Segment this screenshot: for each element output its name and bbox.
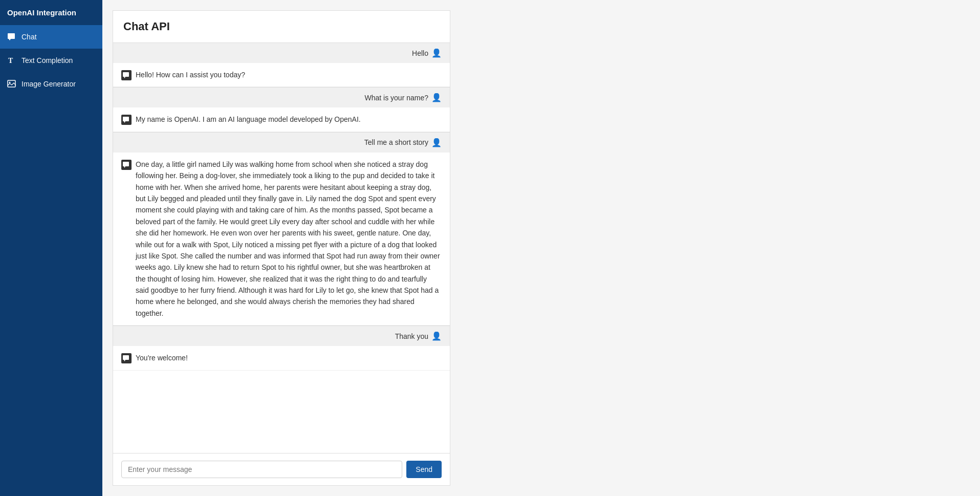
user-icon: 👤 [431, 331, 442, 341]
sidebar-item-text-completion[interactable]: T Text Completion [0, 49, 102, 72]
user-message: What is your name? 👤 [113, 88, 450, 107]
send-button[interactable]: Send [406, 461, 442, 478]
ai-message: One day, a little girl named Lily was wa… [113, 153, 450, 326]
ai-avatar [121, 160, 132, 170]
chat-icon [7, 32, 16, 41]
sidebar-image-label: Image Generator [21, 80, 76, 88]
user-icon: 👤 [431, 48, 442, 58]
svg-rect-9 [123, 162, 129, 166]
ai-message-text: One day, a little girl named Lily was wa… [136, 159, 442, 319]
message-input[interactable] [121, 461, 402, 478]
chat-input-area: Send [113, 453, 450, 485]
sidebar-chat-label: Chat [21, 33, 37, 41]
chat-title: Chat API [123, 20, 440, 33]
user-icon: 👤 [431, 138, 442, 147]
ai-message: My name is OpenAI. I am an AI language m… [113, 107, 450, 132]
ai-message: You're welcome! [113, 346, 450, 370]
ai-message: Hello! How can I assist you today? [113, 63, 450, 87]
ai-avatar [121, 115, 132, 125]
chat-messages: Hello 👤 Hello! How can I assist you toda… [113, 43, 450, 453]
user-message-text: Thank you [395, 332, 428, 340]
user-message-text: Hello [412, 49, 428, 57]
ai-message-text: You're welcome! [136, 352, 442, 363]
chat-header: Chat API [113, 11, 450, 43]
user-message-text: Tell me a short story [364, 138, 428, 146]
app-title: OpenAI Integration [0, 0, 102, 25]
image-icon [7, 79, 16, 89]
svg-marker-8 [124, 121, 125, 123]
svg-rect-0 [8, 33, 15, 39]
svg-marker-6 [124, 77, 125, 78]
svg-marker-1 [9, 39, 11, 40]
chat-panel: Chat API Hello 👤 Hello! How can I assist… [113, 10, 450, 486]
svg-rect-11 [123, 355, 129, 360]
sidebar-item-image-generator[interactable]: Image Generator [0, 72, 102, 96]
svg-rect-7 [123, 117, 129, 121]
user-message: Thank you 👤 [113, 326, 450, 346]
svg-rect-5 [123, 72, 129, 77]
main-content: Chat API Hello 👤 Hello! How can I assist… [102, 0, 980, 496]
ai-avatar [121, 353, 132, 363]
sidebar-text-label: Text Completion [21, 56, 73, 64]
sidebar-item-chat[interactable]: Chat [0, 25, 102, 49]
user-message: Hello 👤 [113, 43, 450, 63]
user-icon: 👤 [431, 93, 442, 102]
svg-point-4 [9, 82, 11, 83]
user-message: Tell me a short story 👤 [113, 133, 450, 153]
svg-marker-12 [124, 360, 125, 361]
ai-message-text: Hello! How can I assist you today? [136, 69, 442, 80]
svg-text:T: T [8, 57, 13, 64]
user-message-text: What is your name? [365, 94, 429, 102]
svg-marker-10 [124, 166, 125, 168]
ai-message-text: My name is OpenAI. I am an AI language m… [136, 114, 442, 125]
ai-avatar [121, 70, 132, 80]
sidebar: OpenAI Integration Chat T Text Completio… [0, 0, 102, 496]
text-icon: T [7, 56, 16, 65]
